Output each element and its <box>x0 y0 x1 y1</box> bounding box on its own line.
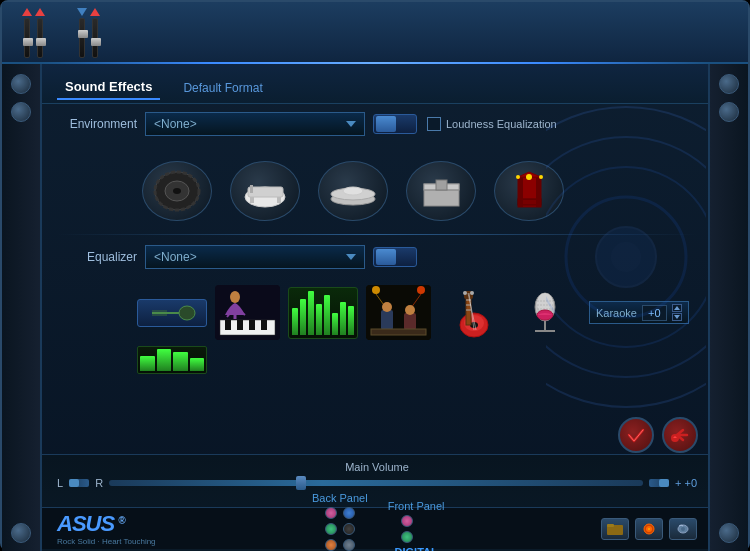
svg-rect-47 <box>371 329 426 335</box>
jack-green-1[interactable] <box>325 523 337 535</box>
environment-icon-grid <box>42 150 712 232</box>
env-icon-bath[interactable] <box>225 156 305 226</box>
svg-point-46 <box>405 305 415 315</box>
left-knob-2[interactable] <box>11 102 31 122</box>
environment-dropdown[interactable]: <None> <box>145 112 365 136</box>
right-knob-2[interactable] <box>719 102 739 122</box>
volume-value: + +0 <box>675 477 697 489</box>
back-jack-row-2 <box>325 523 355 535</box>
karaoke-value: +0 <box>642 305 667 321</box>
svg-point-23 <box>539 175 543 179</box>
svg-point-34 <box>230 291 240 303</box>
equalizer-section: Equalizer <None> <box>42 237 712 283</box>
equalizer-label: Equalizer <box>57 250 137 264</box>
left-panel <box>2 64 42 551</box>
jack-pink-1[interactable] <box>325 507 337 519</box>
environment-toggle[interactable] <box>373 114 417 134</box>
tab-default-format[interactable]: Default Format <box>175 77 270 99</box>
svg-rect-15 <box>436 180 447 190</box>
equalizer-toggle-thumb <box>376 249 396 265</box>
volume-row: L R + +0 <box>57 477 697 489</box>
mixer-track-4[interactable] <box>92 18 98 58</box>
right-knob-3[interactable] <box>719 523 739 543</box>
small-bar-4 <box>190 358 205 371</box>
footer-icon-3[interactable] <box>669 518 697 540</box>
eq-bar-6 <box>332 313 338 335</box>
mixer-track-1[interactable] <box>24 18 30 58</box>
digital-label: DIGITAL <box>395 546 438 552</box>
front-panel-label: Front Panel <box>388 500 445 512</box>
front-jack-row-1 <box>401 515 431 527</box>
jack-blue-1[interactable] <box>343 507 355 519</box>
asus-tagline: Rock Solid · Heart Touching <box>57 537 156 546</box>
volume-left-thumb[interactable] <box>69 479 79 487</box>
eq-bar-3 <box>308 291 314 335</box>
karaoke-spinners[interactable] <box>672 304 682 321</box>
svg-point-2 <box>173 188 181 194</box>
env-icon-throne[interactable] <box>489 156 569 226</box>
equalizer-dropdown[interactable]: <None> <box>145 245 365 269</box>
eq-stage-icon[interactable] <box>366 285 431 340</box>
main-container: Sound Effects Default Format Environment… <box>0 0 750 551</box>
equalizer-toggle[interactable] <box>373 247 417 267</box>
right-knob-1[interactable] <box>719 74 739 94</box>
svg-rect-31 <box>237 320 243 330</box>
content-area: Sound Effects Default Format Environment… <box>42 64 712 484</box>
karaoke-down-arrow <box>674 315 680 319</box>
eq-microphone[interactable] <box>512 285 577 340</box>
volume-right-thumb[interactable] <box>659 479 669 487</box>
karaoke-down[interactable] <box>672 313 682 321</box>
mixer-track-2[interactable] <box>37 18 43 58</box>
svg-rect-18 <box>518 177 523 207</box>
left-knob-3[interactable] <box>11 523 31 543</box>
env-icon-box[interactable] <box>401 156 481 226</box>
loudness-checkbox[interactable] <box>427 117 441 131</box>
jack-orange-1[interactable] <box>325 539 337 551</box>
top-mixer <box>2 2 748 64</box>
settings-icon <box>674 522 692 536</box>
small-bar-2 <box>157 349 172 371</box>
circle-port-icon <box>640 522 658 536</box>
arrow-down-1 <box>77 8 87 16</box>
volume-left-label: L <box>57 477 63 489</box>
eq-bar-4 <box>316 304 322 335</box>
eq-graph-icon[interactable] <box>288 287 358 339</box>
bath-svg <box>238 169 293 214</box>
karaoke-group: Karaoke +0 <box>589 301 689 324</box>
svg-rect-8 <box>250 185 253 193</box>
karaoke-up-arrow <box>674 306 680 310</box>
env-icon-plate[interactable] <box>313 156 393 226</box>
eq-bar-8 <box>348 306 354 335</box>
confirm-button[interactable] <box>618 417 654 453</box>
jack-pink-2[interactable] <box>401 515 413 527</box>
eq-guitar-red[interactable] <box>439 285 504 340</box>
mixer-track-3[interactable] <box>79 18 85 58</box>
volume-handle[interactable] <box>296 476 306 490</box>
footer-icon-1[interactable] <box>601 518 629 540</box>
karaoke-label: Karaoke <box>596 307 637 319</box>
env-icon-disc[interactable] <box>137 156 217 226</box>
volume-slider[interactable] <box>109 480 643 486</box>
jack-gray-1[interactable] <box>343 539 355 551</box>
volume-left-indicator <box>69 479 89 487</box>
mixer-handle-2[interactable] <box>36 38 46 46</box>
back-panel-label: Back Panel <box>312 492 368 504</box>
mixer-handle-3[interactable] <box>78 30 88 38</box>
throne-svg <box>502 169 557 214</box>
svg-rect-45 <box>404 313 416 330</box>
eq-piano-person[interactable] <box>215 285 280 340</box>
back-jack-row-3 <box>325 539 355 551</box>
mixer-handle-1[interactable] <box>23 38 33 46</box>
mixer-handle-4[interactable] <box>91 38 101 46</box>
left-knob-1[interactable] <box>11 74 31 94</box>
eq-guitar-btn[interactable] <box>137 299 207 327</box>
back-button[interactable] <box>662 417 698 453</box>
eq-small-bars[interactable] <box>137 346 207 374</box>
back-panel-group: Back Panel ANALOG <box>312 492 368 552</box>
jack-black-1[interactable] <box>343 523 355 535</box>
jack-green-2[interactable] <box>401 531 413 543</box>
footer-icon-2[interactable] <box>635 518 663 540</box>
back-panel-jacks <box>325 507 355 551</box>
tab-sound-effects[interactable]: Sound Effects <box>57 75 160 100</box>
karaoke-up[interactable] <box>672 304 682 312</box>
